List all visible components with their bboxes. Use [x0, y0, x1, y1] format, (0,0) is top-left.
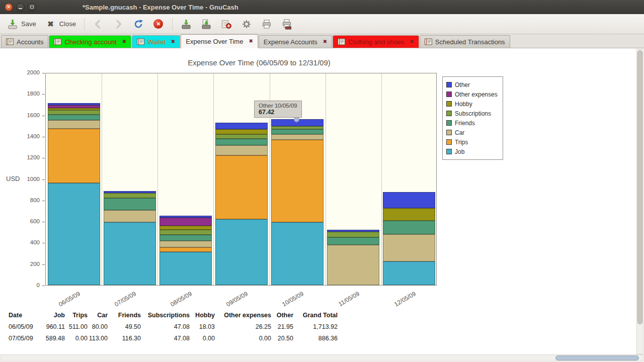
bar-segment-car[interactable] [159, 241, 212, 247]
svg-text:PDF: PDF [285, 26, 291, 29]
x-axis-label: 06/05/09 [57, 290, 81, 308]
bar-segment-hobby[interactable] [215, 129, 268, 134]
bar-segment-subscriptions[interactable] [327, 232, 379, 237]
options-button[interactable] [237, 16, 256, 32]
forward-button[interactable] [109, 16, 128, 32]
legend-label: Friends [455, 120, 475, 127]
bar-segment-subscriptions[interactable] [215, 134, 268, 139]
table-cell: 21.95 [271, 321, 293, 332]
export-button[interactable] [177, 16, 196, 32]
y-axis-tick [42, 179, 45, 180]
bar-segment-other[interactable] [48, 103, 100, 106]
y-axis-label: 1400 [10, 133, 40, 139]
chart-title: Expense Over Time (06/05/09 to 12/31/09) [0, 58, 518, 67]
bar-segment-car[interactable] [271, 134, 324, 140]
bar-segment-car[interactable] [327, 245, 379, 285]
table-header: Car [88, 309, 108, 321]
table-cell: 113.00 [88, 332, 108, 344]
horizontal-scrollbar-thumb[interactable] [555, 355, 639, 360]
tab-close-icon[interactable]: ✖ [410, 39, 414, 44]
table-cell: 589.48 [39, 332, 65, 344]
tab-accounts[interactable]: Accounts [1, 35, 48, 48]
reload-button[interactable] [129, 16, 148, 32]
table-cell: 80.00 [88, 321, 108, 332]
bar-segment-friends[interactable] [48, 115, 100, 120]
table-cell: 116.30 [108, 332, 141, 344]
legend-swatch [446, 149, 452, 154]
bar-segment-other-expenses[interactable] [159, 218, 212, 226]
bar-segment-other[interactable] [327, 230, 379, 232]
window-maximize-button[interactable] [28, 3, 36, 12]
bar-segment-other[interactable] [383, 192, 435, 208]
ledger-icon [54, 38, 61, 45]
bar-segment-friends[interactable] [271, 129, 324, 134]
bar-segment-other-expenses[interactable] [48, 105, 100, 108]
bar-segment-job[interactable] [215, 219, 268, 285]
bar-segment-job[interactable] [383, 261, 435, 285]
y-axis-tick [42, 94, 45, 95]
bar-segment-other[interactable] [159, 216, 212, 218]
y-axis-tick [42, 222, 45, 222]
gridline [157, 73, 158, 285]
table-cell: 1,713.92 [293, 321, 338, 332]
tab-close-icon[interactable]: ✖ [249, 39, 253, 44]
window-minimize-button[interactable] [16, 3, 25, 12]
bar-segment-trips[interactable] [48, 129, 100, 183]
bar-segment-trips[interactable] [215, 155, 268, 219]
bar-segment-friends[interactable] [104, 198, 156, 211]
bar-segment-trips[interactable] [271, 140, 324, 222]
bar-segment-other[interactable] [104, 191, 156, 193]
tab-close-icon[interactable]: ✖ [122, 39, 126, 44]
bar-segment-subscriptions[interactable] [271, 126, 324, 129]
export-as-button[interactable] [197, 16, 216, 32]
bar-segment-car[interactable] [215, 145, 268, 155]
bar-segment-job[interactable] [104, 222, 156, 285]
save-config-button[interactable] [217, 16, 236, 32]
vertical-scrollbar[interactable] [636, 49, 643, 354]
bar-segment-car[interactable] [104, 210, 156, 222]
tab-checking-account[interactable]: Checking account✖ [49, 35, 131, 48]
titlebar[interactable]: ✕ *Sample.gnucash - Expense Over Time - … [0, 0, 644, 14]
tab-close-icon[interactable]: ✖ [323, 39, 327, 44]
tab-expense-accounts[interactable]: Expense Accounts✖ [259, 35, 332, 48]
tab-expense-over-time[interactable]: Expense Over Time✖ [181, 34, 258, 48]
bar-segment-hobby[interactable] [48, 108, 100, 110]
bar-segment-subscriptions[interactable] [48, 110, 100, 115]
table-header: Trips [65, 309, 88, 321]
bar-segment-job[interactable] [159, 252, 212, 285]
bar-segment-friends[interactable] [327, 237, 379, 245]
bar-segment-job[interactable] [48, 183, 100, 285]
bar-segment-subscriptions[interactable] [104, 193, 156, 198]
bar-segment-friends[interactable] [159, 235, 212, 241]
print-button[interactable] [257, 16, 276, 32]
bar-segment-hobby[interactable] [383, 208, 435, 221]
bar-segment-car[interactable] [48, 120, 100, 129]
tab-scheduled-transactions[interactable]: Scheduled Transactions [420, 35, 510, 48]
bar-segment-other[interactable] [215, 123, 268, 129]
table-cell: 960.11 [39, 321, 65, 332]
back-button[interactable] [89, 16, 108, 32]
close-report-button[interactable]: ✖ Close [41, 16, 80, 32]
vertical-scrollbar-thumb[interactable] [637, 50, 642, 324]
tab-clothing-and-shoes[interactable]: Clothing and shoes✖ [333, 35, 419, 48]
legend-swatch [446, 139, 452, 145]
stop-button[interactable]: ✕ [149, 16, 168, 32]
bar-segment-job[interactable] [271, 222, 324, 285]
bar-segment-car[interactable] [383, 234, 435, 261]
bar-segment-friends[interactable] [215, 139, 268, 145]
legend-label: Car [455, 129, 464, 136]
save-icon [7, 19, 18, 30]
gridline [326, 73, 326, 285]
horizontal-scrollbar[interactable] [1, 354, 643, 361]
tab-wallet[interactable]: Wallet✖ [132, 35, 180, 48]
table-header: Grand Total [293, 309, 338, 321]
bar-segment-trips[interactable] [159, 247, 212, 252]
tab-close-icon[interactable]: ✖ [171, 39, 175, 44]
save-button[interactable]: Save [3, 16, 40, 32]
bar-segment-subscriptions[interactable] [159, 230, 212, 235]
report-data-table: DateJobTripsCarFriendsSubscriptionsHobby… [9, 309, 338, 344]
bar-segment-hobby[interactable] [159, 226, 212, 229]
export-pdf-button[interactable]: PDF [277, 16, 296, 32]
window-close-button[interactable]: ✕ [5, 3, 13, 12]
bar-segment-friends[interactable] [383, 221, 435, 234]
